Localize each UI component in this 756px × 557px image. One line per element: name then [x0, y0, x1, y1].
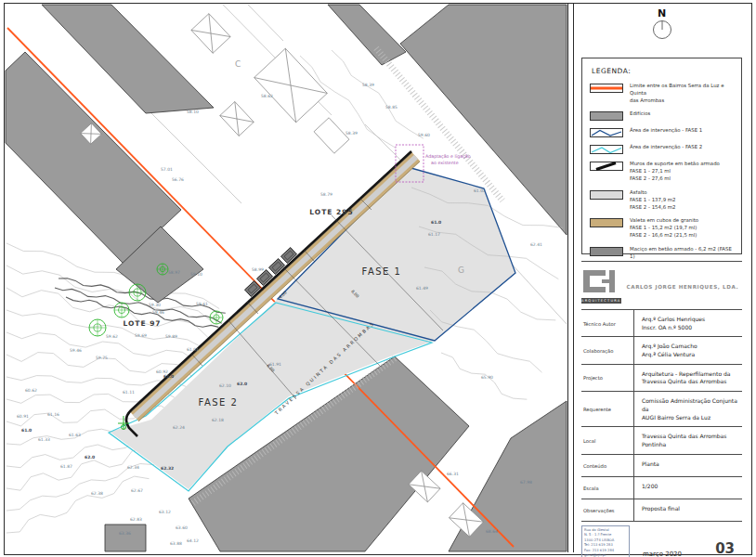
- elevation-label: 62.67: [131, 488, 143, 493]
- elevation-label: 66.31: [447, 472, 459, 476]
- elevation-label: 62.24: [173, 425, 185, 430]
- titleblock-row-value: Arquitetura - Reperfilamento daTravessa …: [633, 365, 742, 391]
- adaptacao-annotation: Adaptação e ligação: [425, 154, 471, 159]
- titleblock-row-value: Comissão Administração Conjunta daAUGI B…: [633, 392, 742, 426]
- adaptacao-annotation: ao existente: [431, 161, 459, 165]
- company-logo: ARQUITECTURA: [581, 269, 621, 304]
- legend: LEGENDA: Limite entre os Bairros Serra d…: [581, 58, 742, 254]
- legend-item-label: Asfalto FASE 1 - 137,9 m2 FASE 2 - 154,6…: [630, 189, 675, 211]
- fase2-swatch-icon: [590, 145, 623, 154]
- elevation-label: 61.11: [123, 390, 135, 395]
- titleblock-row: RequerenteComissão Administração Conjunt…: [581, 391, 742, 426]
- elevation-label: 59.10: [190, 272, 202, 277]
- legend-item: Edifícios: [590, 110, 734, 121]
- elevation-label: 63.12: [159, 510, 171, 514]
- elevation-label: 63.36: [119, 531, 131, 536]
- legend-item: Área de intervenção - FASE 1: [590, 127, 734, 137]
- limite-swatch-icon: [590, 84, 623, 93]
- legend-item: Muros de suporte em betão armado FASE 1 …: [590, 161, 734, 182]
- fase-2-label: FASE 2: [199, 397, 239, 408]
- elevation-label: 58.39: [345, 131, 358, 136]
- titleblock-row-value: 1/200: [633, 477, 742, 499]
- logo: ARQUITECTURA CARLOS JORGE HENRIQUES, LDA…: [581, 261, 742, 309]
- legend-item-label: Valeta em cubos de granito FASE 1 - 15,2…: [630, 217, 698, 239]
- legend-item-label: Edifícios: [630, 110, 650, 118]
- titleblock-row: LocalTravessa Quinta das ArrombasPontinh…: [581, 426, 742, 453]
- elevation-label: 59.61: [196, 302, 208, 306]
- macico-swatch-icon: [590, 247, 623, 256]
- elevation-label: 61.63: [69, 433, 81, 437]
- elevation-label: 62.0: [85, 455, 95, 460]
- elevation-label: 62.18: [212, 418, 224, 422]
- contour-line: [7, 464, 154, 512]
- titleblock-row: Técnico AutorArq.º Carlos HenriquesInscr…: [581, 309, 742, 336]
- titleblock-row-value: Planta: [633, 455, 742, 476]
- block-letter-label: C: [235, 59, 241, 69]
- titleblock-row-label: Observações: [581, 499, 633, 521]
- titleblock-row-value: Proposta final: [633, 499, 742, 521]
- titleblock-row-label: Conteúdo: [581, 455, 633, 476]
- elevation-label: 58.10: [187, 110, 199, 114]
- tree-icon: [157, 264, 168, 275]
- contour-line: [7, 288, 208, 337]
- contour-line: [332, 50, 424, 138]
- address-box: Rua do GiestalN. 5 - 1.º Frente1300-274 …: [581, 525, 630, 557]
- north-label: N: [581, 9, 742, 19]
- site-plan-canvas: 58.1058.6257.0156.7658.3958.8558.3959.60…: [5, 4, 567, 552]
- titleblock-row-value: Travessa Quinta das ArrombasPontinha: [633, 427, 742, 453]
- fase1-swatch-icon: [590, 128, 623, 137]
- drawing-sheet: 58.1058.6257.0156.7658.3958.8558.3959.60…: [4, 3, 752, 555]
- titleblock-row: ProjectoArquitetura - Reperfilamento daT…: [581, 364, 742, 391]
- elevation-label: 59.30: [149, 303, 161, 307]
- legend-item: Valeta em cubos de granito FASE 1 - 15,2…: [590, 217, 734, 239]
- elevation-label: 58.79: [320, 192, 332, 197]
- titleblock-row-label: Colaboração: [581, 340, 633, 361]
- elevation-label: 62.34: [127, 465, 139, 470]
- legend-item: Área de intervenção - FASE 2: [590, 144, 734, 154]
- edificios-swatch-icon: [590, 111, 623, 121]
- elevation-label: 65.90: [481, 375, 493, 380]
- elevation-label: 62.41: [530, 242, 542, 247]
- titleblock-row-label: Técnico Autor: [581, 313, 633, 334]
- elevation-label: 61.49: [416, 286, 428, 291]
- company-name: CARLOS JORGE HENRIQUES, LDA.: [627, 284, 739, 290]
- elevation-label: 57.01: [161, 167, 173, 172]
- elevation-label: 61.0: [21, 428, 32, 433]
- elevation-label: 58.62: [261, 94, 273, 98]
- north-arrow: N: [581, 9, 742, 58]
- lote-97-label: LOTE 97: [123, 319, 161, 328]
- sheet-footer: Rua do GiestalN. 5 - 1.º Frente1300-274 …: [581, 522, 742, 557]
- elevation-label: 61.16: [47, 412, 59, 417]
- elevation-label: 59.60: [418, 133, 430, 137]
- elevation-label: 59.62: [106, 334, 118, 339]
- elevation-label: 61.0: [163, 374, 174, 379]
- valeta-swatch-icon: [590, 218, 623, 227]
- elevation-label: 59.46: [152, 310, 164, 315]
- ch-logo-icon: [581, 269, 619, 293]
- legend-items: Limite entre os Bairros Serra da Luz e Q…: [590, 83, 734, 261]
- titleblock-row-label: Local: [581, 430, 633, 451]
- elevation-label: 62.83: [130, 517, 142, 522]
- titleblock-row-label: Requerente: [581, 398, 633, 420]
- title-panel: N LEGENDA: Limite entre os Bairros Serra…: [573, 4, 749, 552]
- elevation-label: 62.0: [237, 382, 247, 386]
- legend-item-label: Maciço em betão armado - 6,2 m2 (FASE 1): [630, 246, 734, 261]
- titleblock-row: ConteúdoPlanta: [581, 454, 742, 476]
- elevation-label: 60.91: [17, 414, 29, 419]
- titleblock-row-value: Arq.º Carlos HenriquesInscr. OA n.º 5000: [633, 310, 742, 336]
- elevation-label: 58.99: [252, 267, 264, 272]
- elevation-label: 67.98: [520, 480, 532, 485]
- titleblock-row: ObservaçõesProposta final: [581, 499, 742, 521]
- muros-swatch-icon: [590, 162, 623, 171]
- tree-icon: [210, 311, 223, 324]
- elevation-label: 58.39: [362, 83, 374, 87]
- legend-item-label: Muros de suporte em betão armado FASE 1 …: [630, 161, 720, 182]
- tree-icon: [114, 303, 129, 317]
- legend-item: Limite entre os Bairros Serra da Luz e Q…: [590, 83, 734, 104]
- elevation-label: 61.01: [187, 347, 199, 352]
- lote-295-label: LOTE 295: [309, 208, 353, 216]
- legend-item: Maciço em betão armado - 6,2 m2 (FASE 1): [590, 246, 734, 261]
- fase-1-label: FASE 1: [362, 266, 402, 277]
- elevation-label: 59.89: [165, 334, 177, 339]
- elevation-label: 59.75: [96, 356, 108, 360]
